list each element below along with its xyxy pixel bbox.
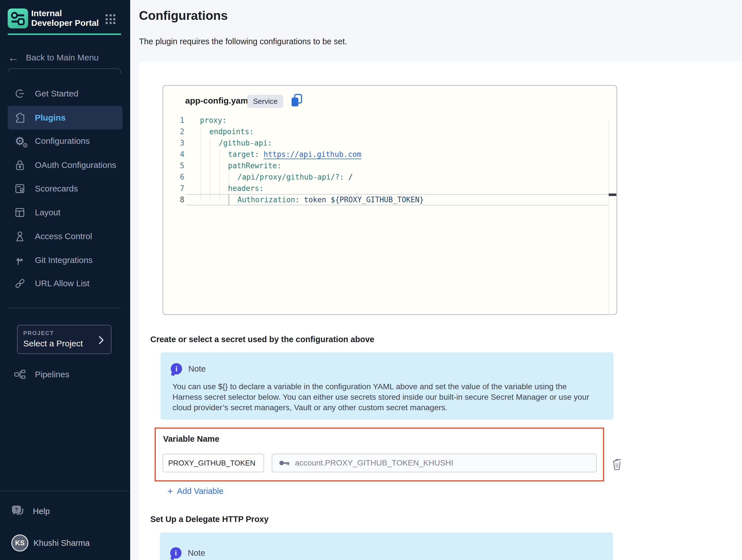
delete-variable-button[interactable] xyxy=(611,457,624,471)
app-logo[interactable] xyxy=(8,8,28,29)
code-line[interactable]: 8 Authorization: token ${PROXY_GITHUB_TO… xyxy=(163,194,609,205)
avatar[interactable]: KS xyxy=(11,534,29,552)
sidebar-item-access-control[interactable]: Access Control xyxy=(8,224,122,248)
avatar-initials: KS xyxy=(15,539,24,547)
page-subtitle: The plugin requires the following config… xyxy=(139,37,347,46)
variable-name-value: PROXY_GITHUB_TOKEN xyxy=(168,459,255,467)
info-icon: i xyxy=(170,547,181,559)
yaml-key: /github-api: xyxy=(219,139,272,147)
help-label: Help xyxy=(33,507,50,516)
key-icon xyxy=(279,459,290,467)
line-number: 2 xyxy=(163,128,184,136)
sidebar-item-url-allow-list[interactable]: URL Allow List xyxy=(8,271,122,295)
copy-icon[interactable] xyxy=(290,94,304,108)
editor-scrollbar-track[interactable] xyxy=(608,119,609,315)
sidebar: Internal Developer Portal ← Back to Main… xyxy=(0,0,130,560)
app-title: Internal Developer Portal xyxy=(31,8,102,28)
help-button[interactable]: ? Help xyxy=(11,504,50,518)
sidebar-item-oauth-configurations[interactable]: OAuth Configurations xyxy=(8,153,122,177)
sliders-logo-icon xyxy=(8,8,28,29)
configurations-icon: ⚙⚙ xyxy=(13,135,26,148)
add-variable-button[interactable]: + Add Variable xyxy=(167,486,223,497)
accent-divider xyxy=(8,34,121,35)
sidebar-item-label: OAuth Configurations xyxy=(35,160,116,170)
code-line[interactable]: 6 /api/proxy/github-api/?: / xyxy=(163,171,609,183)
yaml-key: /api/proxy/github-api/?: xyxy=(237,173,344,181)
sidebar-item-git-integrations[interactable]: Git Integrations xyxy=(8,248,122,272)
yaml-editor-card: app-config.yaml Service 1 proxy: xyxy=(163,85,617,315)
project-label: PROJECT xyxy=(23,330,105,337)
sidebar-item-plugins[interactable]: Plugins xyxy=(8,106,122,130)
yaml-value: / xyxy=(348,173,353,181)
back-arrow-icon: ← xyxy=(8,52,19,63)
sidebar-item-layout[interactable]: Layout xyxy=(8,201,122,224)
back-label: Back to Main Menu xyxy=(26,53,99,62)
line-number: 6 xyxy=(163,173,184,181)
back-to-main-menu[interactable]: ← Back to Main Menu xyxy=(8,50,121,65)
main-content: Configurations The plugin requires the f… xyxy=(130,0,742,560)
scorecard-icon xyxy=(13,182,26,195)
sidebar-item-get-started[interactable]: Get Started xyxy=(8,82,122,106)
project-selector[interactable]: PROJECT Select a Project xyxy=(17,325,111,354)
line-number: 5 xyxy=(163,161,184,170)
editor-filename: app-config.yaml xyxy=(185,96,251,106)
app-grid-icon[interactable] xyxy=(106,14,116,24)
note-title: Note xyxy=(188,548,205,558)
chevron-right-icon xyxy=(98,336,104,345)
lock-icon xyxy=(13,159,26,172)
code-line[interactable]: 3 /github-api: xyxy=(163,137,609,149)
sidebar-item-label: Access Control xyxy=(35,232,92,241)
yaml-key: target: xyxy=(228,150,259,159)
plus-icon: + xyxy=(167,486,173,497)
variable-highlight-box: Variable Name PROXY_GITHUB_TOKEN account… xyxy=(155,427,604,481)
note-box-secret: i Note You can use ${} to declare a vari… xyxy=(161,352,614,419)
person-icon xyxy=(13,230,26,243)
delegate-section-heading: Set Up a Delegate HTTP Proxy xyxy=(150,515,269,524)
secret-value: account.PROXY_GITHUB_TOKEN_KHUSHI xyxy=(295,458,453,467)
link-icon xyxy=(13,277,26,290)
yaml-key: endpoints: xyxy=(209,128,254,136)
sidebar-item-label: Git Integrations xyxy=(35,255,93,265)
pipelines-icon xyxy=(13,368,26,381)
layout-icon xyxy=(13,206,26,219)
sidebar-bottom-divider xyxy=(0,491,130,491)
page-title: Configurations xyxy=(139,8,228,23)
code-line[interactable]: 7 headers: xyxy=(163,183,609,194)
plugins-icon xyxy=(13,111,26,124)
yaml-key: headers: xyxy=(228,184,264,193)
secret-selector[interactable]: account.PROXY_GITHUB_TOKEN_KHUSHI xyxy=(272,454,597,472)
add-variable-label: Add Variable xyxy=(177,487,223,496)
secret-section-heading: Create or select a secret used by the co… xyxy=(150,335,374,344)
sidebar-divider xyxy=(8,308,121,308)
code-line[interactable]: 2 endpoints: xyxy=(163,126,609,137)
nav-frame-border xyxy=(8,68,121,73)
line-number: 3 xyxy=(163,139,184,147)
sidebar-item-pipelines[interactable]: Pipelines xyxy=(8,363,122,387)
sidebar-item-scorecards[interactable]: Scorecards xyxy=(8,177,122,201)
code-line[interactable]: 5 pathRewrite: xyxy=(163,160,609,171)
get-started-icon xyxy=(13,87,26,100)
editor-scrollbar-thumb[interactable] xyxy=(609,194,616,196)
line-number: 4 xyxy=(163,150,184,159)
yaml-key: Authorization: xyxy=(237,196,300,204)
sidebar-item-label: Layout xyxy=(35,208,60,217)
sidebar-item-label: Get Started xyxy=(35,89,78,98)
service-badge: Service xyxy=(247,95,283,108)
sidebar-item-configurations[interactable]: ⚙⚙ Configurations xyxy=(8,129,122,153)
git-branch-icon xyxy=(13,254,26,267)
info-icon: i xyxy=(171,363,182,374)
yaml-key: proxy: xyxy=(200,116,227,124)
code-line[interactable]: 1 proxy: xyxy=(163,115,609,126)
code-line[interactable]: 4 target: https://api.github.com xyxy=(163,149,609,160)
content-card: app-config.yaml Service 1 proxy: xyxy=(139,62,742,560)
yaml-key: pathRewrite: xyxy=(228,161,281,170)
variable-name-input[interactable]: PROXY_GITHUB_TOKEN xyxy=(163,454,264,472)
yaml-link-value[interactable]: https://api.github.com xyxy=(264,150,361,159)
line-number: 8 xyxy=(163,196,184,204)
note-body: You can use ${} to declare a variable in… xyxy=(172,381,598,413)
yaml-value: token ${PROXY_GITHUB_TOKEN} xyxy=(304,196,424,204)
user-name[interactable]: Khushi Sharma xyxy=(34,539,90,548)
svg-text:?: ? xyxy=(15,507,18,513)
note-box-delegate: i Note xyxy=(160,532,613,560)
sidebar-item-label: Configurations xyxy=(35,136,90,146)
